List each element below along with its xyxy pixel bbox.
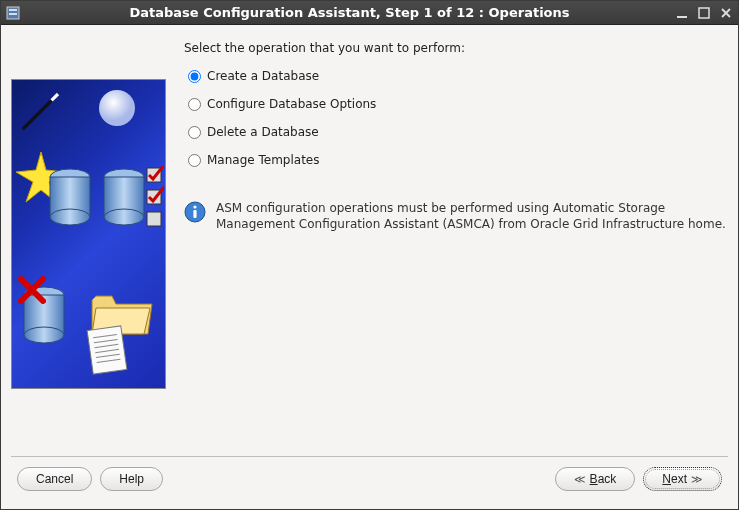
button-label: Next — [662, 472, 687, 486]
next-button[interactable]: Next ≫ — [643, 467, 722, 491]
close-button[interactable] — [718, 5, 734, 21]
svg-rect-1 — [9, 9, 17, 11]
option-create-database[interactable]: Create a Database — [188, 69, 728, 83]
svg-point-29 — [193, 205, 196, 208]
option-label: Create a Database — [207, 69, 319, 83]
chevron-left-icon: ≪ — [574, 473, 586, 486]
svg-rect-17 — [147, 212, 161, 226]
svg-point-5 — [99, 90, 135, 126]
back-button[interactable]: ≪ Back — [555, 467, 636, 491]
help-button[interactable]: Help — [100, 467, 163, 491]
checklist-icon — [146, 166, 164, 230]
option-label: Configure Database Options — [207, 97, 376, 111]
content-area: Select the operation that you want to pe… — [1, 25, 738, 509]
svg-point-20 — [24, 327, 64, 343]
info-text: ASM configuration operations must be per… — [216, 201, 728, 232]
svg-line-7 — [52, 94, 58, 100]
button-label: Back — [590, 472, 617, 486]
window-title: Database Configuration Assistant, Step 1… — [25, 5, 674, 20]
svg-rect-3 — [677, 16, 687, 18]
svg-rect-21 — [87, 326, 127, 374]
option-delete-database[interactable]: Delete a Database — [188, 125, 728, 139]
cancel-button[interactable]: Cancel — [17, 467, 92, 491]
moon-icon — [95, 86, 139, 130]
footer-bar: Cancel Help ≪ Back Next ≫ — [11, 456, 728, 501]
radio-create-database[interactable] — [188, 70, 201, 83]
prompt-text: Select the operation that you want to pe… — [184, 41, 728, 55]
radio-configure-database[interactable] — [188, 98, 201, 111]
window-controls — [674, 5, 734, 21]
option-configure-database[interactable]: Configure Database Options — [188, 97, 728, 111]
option-manage-templates[interactable]: Manage Templates — [188, 153, 728, 167]
operation-options: Create a Database Configure Database Opt… — [188, 69, 728, 167]
button-label: Help — [119, 472, 144, 486]
radio-manage-templates[interactable] — [188, 154, 201, 167]
app-icon — [5, 5, 21, 21]
info-row: ASM configuration operations must be per… — [184, 201, 728, 232]
wand-icon — [18, 86, 66, 134]
option-label: Manage Templates — [207, 153, 320, 167]
button-label: Cancel — [36, 472, 73, 486]
database-cylinder-icon — [48, 168, 92, 226]
svg-rect-2 — [9, 13, 17, 15]
radio-delete-database[interactable] — [188, 126, 201, 139]
window-frame: Database Configuration Assistant, Step 1… — [0, 0, 739, 510]
svg-rect-4 — [699, 8, 709, 18]
svg-point-14 — [104, 209, 144, 225]
maximize-button[interactable] — [696, 5, 712, 21]
wizard-side-image — [11, 79, 166, 389]
svg-point-11 — [50, 209, 90, 225]
main-column: Select the operation that you want to pe… — [184, 33, 728, 456]
info-icon — [184, 201, 206, 223]
minimize-button[interactable] — [674, 5, 690, 21]
document-icon — [84, 324, 134, 380]
svg-rect-30 — [193, 210, 196, 218]
option-label: Delete a Database — [207, 125, 319, 139]
delete-x-icon — [18, 276, 46, 304]
database-cylinder-icon — [102, 168, 146, 226]
chevron-right-icon: ≫ — [691, 473, 703, 486]
titlebar: Database Configuration Assistant, Step 1… — [1, 1, 738, 25]
main-row: Select the operation that you want to pe… — [11, 33, 728, 456]
